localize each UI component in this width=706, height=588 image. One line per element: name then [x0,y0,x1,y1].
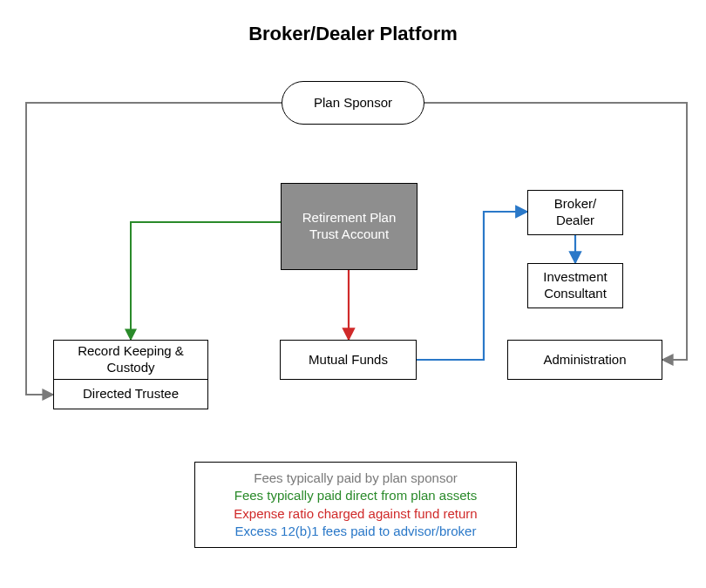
legend-line-assets: Fees typically paid direct from plan ass… [204,487,507,504]
diagram-canvas: Broker/Dealer Platform [0,0,706,588]
node-administration: Administration [507,340,662,380]
edge-trust-to-record-keeping [131,222,281,340]
edge-mutual-funds-to-broker [417,212,527,360]
node-investment-consultant: Investment Consultant [527,263,623,308]
node-record-keeping: Record Keeping & Custody [53,340,208,380]
legend-line-expense: Expense ratio charged against fund retur… [204,505,507,523]
legend-line-12b1: Excess 12(b)1 fees paid to advisor/broke… [204,523,507,540]
node-directed-trustee: Directed Trustee [53,380,208,409]
node-mutual-funds: Mutual Funds [280,340,417,380]
node-trust-account: Retirement Plan Trust Account [281,183,417,270]
legend-box: Fees typically paid by plan sponsor Fees… [194,462,517,548]
node-plan-sponsor: Plan Sponsor [282,81,424,125]
diagram-title: Broker/Dealer Platform [0,23,706,45]
legend-line-sponsor: Fees typically paid by plan sponsor [204,470,507,487]
node-broker-dealer: Broker/ Dealer [527,190,623,235]
